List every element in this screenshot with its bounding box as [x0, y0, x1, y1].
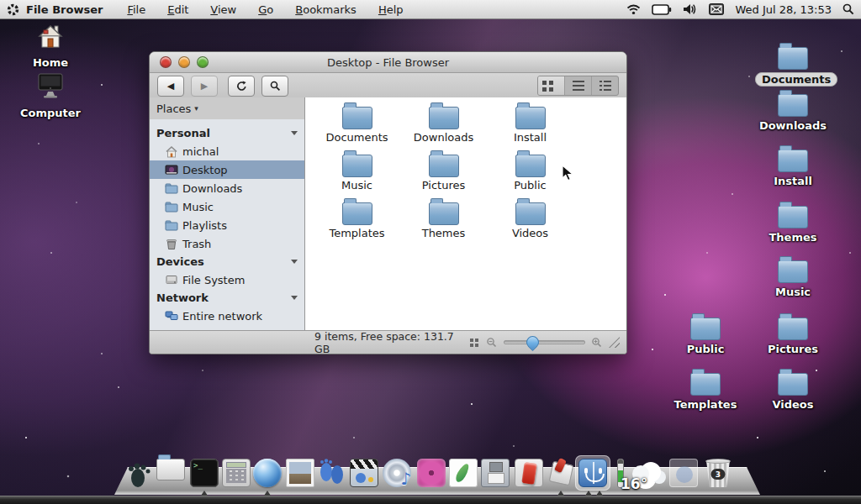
sidebar-item-trash[interactable]: Trash	[150, 234, 304, 253]
desktop-icon-themes[interactable]: Themes	[755, 206, 831, 244]
dock-item-ghost-app[interactable]	[669, 459, 698, 487]
search-button[interactable]	[261, 76, 288, 97]
file-folder-downloads[interactable]: Downloads	[400, 107, 487, 155]
dock-item-video-editor[interactable]	[350, 459, 378, 487]
back-button[interactable]: ◀	[157, 76, 184, 97]
file-folder-install[interactable]: Install	[487, 107, 573, 155]
dock-item-trash[interactable]: 3	[703, 457, 733, 486]
reload-icon	[236, 81, 247, 92]
icon-view-button[interactable]	[538, 76, 564, 95]
menu-file[interactable]: File	[127, 3, 145, 16]
dock-item-image-editor[interactable]	[449, 459, 478, 487]
dock-item-music-player[interactable]: ♪	[383, 459, 411, 487]
dock-item-terminal[interactable]: >_	[190, 459, 219, 487]
cd-music-icon: ♪	[383, 459, 411, 487]
file-folder-music[interactable]: Music	[314, 155, 400, 202]
zoom-in-icon[interactable]	[591, 337, 603, 349]
icon-size-grid-icon[interactable]	[470, 339, 473, 342]
sidebar-item-playlists[interactable]: Playlists	[150, 216, 304, 234]
file-view-pane[interactable]: Documents Downloads Install Music Pictur…	[305, 97, 626, 331]
battery-icon[interactable]	[652, 4, 672, 15]
dock-item-weather[interactable]: 16°	[627, 459, 664, 487]
desktop-icon-downloads[interactable]: Downloads	[755, 94, 831, 132]
menu-view[interactable]: View	[210, 3, 236, 16]
desktop-icon-public[interactable]: Public	[668, 318, 743, 355]
dock-item-file-manager[interactable]	[156, 459, 185, 487]
sidebar-item-desktop[interactable]: Desktop	[150, 160, 304, 179]
clock-applet[interactable]: Wed Jul 28, 13:53	[735, 3, 832, 16]
wifi-icon[interactable]	[626, 3, 641, 15]
desktop-icon-label: Templates	[668, 398, 743, 411]
desktop-icon	[165, 164, 178, 176]
folder-icon	[690, 318, 721, 340]
sidebar-section-personal[interactable]: Personal	[150, 124, 304, 142]
folder-icon	[778, 318, 808, 340]
file-label: Templates	[314, 227, 400, 239]
zoom-slider[interactable]	[504, 340, 585, 344]
distro-logo-icon[interactable]	[7, 3, 19, 16]
sidebar-item-entire-network[interactable]: Entire network	[150, 307, 304, 325]
dock-item-package-tool[interactable]	[547, 459, 575, 487]
desktop-icon-templates[interactable]: Templates	[668, 373, 743, 411]
zoom-slider-thumb[interactable]	[524, 333, 541, 351]
floppy-disk-icon	[481, 459, 510, 487]
file-folder-documents[interactable]: Documents	[314, 107, 400, 155]
file-folder-pictures[interactable]: Pictures	[400, 155, 487, 202]
mail-indicator-icon[interactable]	[709, 3, 724, 15]
sidebar-item-file-system[interactable]: File System	[150, 270, 304, 289]
dock-item-finder[interactable]	[578, 459, 607, 487]
volume-icon[interactable]	[683, 3, 698, 15]
window-titlebar[interactable]: Desktop - File Browser	[150, 52, 626, 73]
file-label: Install	[487, 131, 573, 144]
desktop-icon-home[interactable]: Home	[13, 24, 88, 69]
menu-go[interactable]: Go	[258, 3, 273, 16]
list-view-button[interactable]	[564, 76, 591, 95]
sidebar-section-devices[interactable]: Devices	[150, 253, 304, 270]
dock-item-web-browser[interactable]	[253, 459, 282, 487]
folder-icon	[515, 107, 546, 129]
sidebar-item-downloads[interactable]: Downloads	[150, 179, 304, 197]
desktop-icon-music[interactable]: Music	[755, 260, 831, 298]
file-folder-public[interactable]: Public	[487, 155, 573, 202]
dock-item-email[interactable]	[286, 459, 314, 487]
desktop-icon-pictures[interactable]: Pictures	[755, 318, 831, 355]
desktop-icon-videos[interactable]: Videos	[755, 373, 831, 411]
desktop-icon-label: Home	[13, 56, 88, 69]
dock-item-photo-manager[interactable]	[417, 459, 446, 487]
desktop-icon-label: Pictures	[755, 343, 831, 355]
zoom-out-icon[interactable]	[486, 337, 498, 349]
file-folder-templates[interactable]: Templates	[314, 202, 400, 250]
zoom-controls	[470, 337, 620, 349]
forward-button[interactable]: ▶	[191, 76, 218, 97]
file-label: Pictures	[400, 179, 487, 192]
sidebar: Places ▾ Personal michal	[150, 97, 305, 331]
sidebar-item-music[interactable]: Music	[150, 197, 304, 216]
file-label: Music	[314, 179, 400, 192]
desktop-icon-label: Public	[668, 343, 743, 355]
temperature-label: 16°	[621, 475, 647, 492]
chevron-down-icon	[291, 296, 298, 300]
dock-item-calculator[interactable]	[222, 459, 251, 487]
desktop-icon-computer[interactable]: Computer	[13, 72, 88, 119]
dock-item-save-tool[interactable]	[481, 459, 510, 487]
sidebar-item-michal[interactable]: michal	[150, 142, 304, 160]
folder-icon	[778, 150, 808, 172]
menu-edit[interactable]: Edit	[167, 3, 188, 16]
compact-view-button[interactable]	[591, 76, 618, 95]
desktop-icon-label-selected: Documents	[755, 72, 837, 87]
dock-item-bluefish[interactable]	[317, 459, 346, 487]
reload-button[interactable]	[228, 76, 255, 97]
desktop-icon-install[interactable]: Install	[755, 150, 831, 187]
resize-grip[interactable]	[609, 337, 620, 348]
sidebar-section-network[interactable]: Network	[150, 289, 304, 307]
places-dropdown[interactable]: Places ▾	[150, 97, 304, 119]
menu-bookmarks[interactable]: Bookmarks	[295, 3, 357, 16]
dock-item-power-switch[interactable]	[515, 459, 543, 487]
file-folder-videos[interactable]: Videos	[487, 202, 573, 250]
menu-help[interactable]: Help	[378, 3, 404, 16]
dock-item-gnome-menu[interactable]	[125, 462, 154, 491]
search-applet-icon[interactable]	[843, 3, 854, 15]
file-folder-themes[interactable]: Themes	[400, 202, 487, 250]
folder-icon	[515, 155, 546, 177]
desktop-icon-documents[interactable]: Documents	[755, 47, 831, 87]
